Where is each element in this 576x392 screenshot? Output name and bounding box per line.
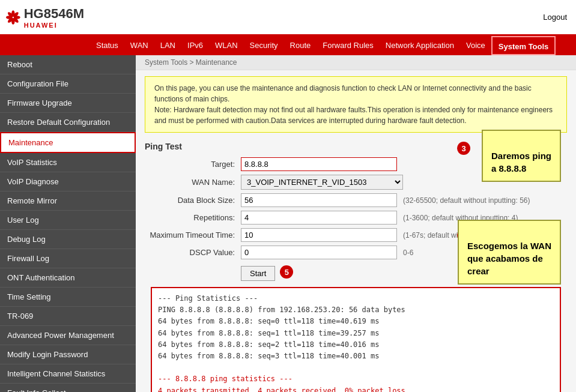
- ping-output-line1: --- Ping Statistics ---: [158, 293, 554, 304]
- sidebar-item-tr069[interactable]: TR-069: [0, 307, 136, 326]
- annotation-3: 3: [457, 142, 470, 155]
- logo-text: HG8546M HUAWEI: [24, 6, 84, 29]
- huawei-logo: [6, 4, 20, 31]
- nav-ipv6[interactable]: IPv6: [181, 36, 209, 55]
- max-timeout-input-wrapper: [241, 228, 397, 242]
- ping-output-line3: 64 bytes from 8.8.8.8: seq=0 ttl=118 tim…: [158, 316, 554, 327]
- repetitions-input[interactable]: [241, 211, 397, 225]
- sidebar-item-remote-mirror[interactable]: Remote Mirror: [0, 191, 136, 211]
- dscp-hint: 0-6: [403, 249, 413, 257]
- ping-output-line5: 64 bytes from 8.8.8.8: seq=2 ttl=118 tim…: [158, 339, 554, 351]
- nav-security[interactable]: Security: [244, 36, 284, 55]
- nav-status[interactable]: Status: [90, 36, 124, 55]
- sidebar-item-voip-diagnose[interactable]: VoIP Diagnose: [0, 172, 136, 191]
- data-block-row: Data Block Size: (32-65500; default with…: [145, 193, 567, 207]
- sidebar-item-fault-info[interactable]: Fault Info Collect: [0, 384, 136, 392]
- data-block-input[interactable]: [241, 193, 397, 207]
- sidebar-item-firewall-log[interactable]: Firewall Log: [0, 249, 136, 268]
- annotation-bubble-ping: Daremos ping a 8.8.8.8: [482, 130, 561, 182]
- ping-output-line6: 64 bytes from 8.8.8.8: seq=3 ttl=118 tim…: [158, 351, 554, 362]
- sidebar-item-adv-power[interactable]: Advanced Power Management: [0, 326, 136, 345]
- nav-network-app[interactable]: Network Application: [380, 36, 460, 55]
- max-timeout-label: Maximum Timeout Time:: [145, 231, 241, 240]
- nav-system-tools[interactable]: System Tools: [491, 36, 556, 55]
- data-block-input-wrapper: [241, 193, 397, 207]
- nav-forward-rules[interactable]: Forward Rules: [317, 36, 380, 55]
- dscp-input[interactable]: [241, 246, 397, 259]
- device-name: HG8546M: [24, 6, 84, 22]
- content-wrapper: On this page, you can use the maintenanc…: [136, 70, 576, 392]
- sidebar-item-intelligent-ch[interactable]: Intelligent Channel Statistics: [0, 364, 136, 384]
- info-line2: Note: Hardware fault detection may not f…: [154, 106, 553, 125]
- main-layout: Reboot Configuration File Firmware Upgra…: [0, 55, 576, 392]
- wan-name-input-wrapper: 3_VOIP_INTERNET_R_VID_1503: [241, 175, 397, 190]
- ping-output-line8: --- 8.8.8.8 ping statistics ---: [158, 373, 554, 385]
- nav-wlan[interactable]: WLAN: [209, 36, 244, 55]
- sidebar-item-firmware-upgrade[interactable]: Firmware Upgrade: [0, 94, 136, 113]
- repetitions-input-wrapper: [241, 211, 397, 225]
- annotation-bubble-wan: Escogemos la WAN que acabamos de crear: [458, 220, 561, 285]
- ping-output-line9: 4 packets transmitted, 4 packets receive…: [158, 385, 554, 393]
- sidebar-item-maintenance[interactable]: Maintenance: [0, 132, 136, 153]
- brand-name: HUAWEI: [24, 22, 84, 29]
- dscp-label: DSCP Value:: [145, 248, 241, 257]
- nav-voice[interactable]: Voice: [460, 36, 491, 55]
- logo-area: HG8546M HUAWEI: [0, 4, 90, 31]
- data-block-hint: (32-65500; default without inputting: 56…: [403, 196, 530, 205]
- max-timeout-input[interactable]: [241, 228, 397, 242]
- target-input[interactable]: [241, 157, 397, 171]
- logout-area[interactable]: Logout: [543, 13, 576, 22]
- target-input-wrapper: [241, 157, 397, 171]
- wan-name-label: WAN Name:: [145, 178, 241, 187]
- sidebar-item-user-log[interactable]: User Log: [0, 211, 136, 230]
- sidebar-item-modify-login[interactable]: Modify Login Password: [0, 345, 136, 364]
- breadcrumb: System Tools > Maintenance: [136, 55, 576, 70]
- ping-output-line4: 64 bytes from 8.8.8.8: seq=1 ttl=118 tim…: [158, 328, 554, 339]
- logout-button[interactable]: Logout: [543, 13, 567, 22]
- annotation-5: 5: [280, 265, 293, 279]
- info-line1: On this page, you can use the maintenanc…: [154, 84, 532, 103]
- wan-name-select[interactable]: 3_VOIP_INTERNET_R_VID_1503: [241, 175, 403, 190]
- dscp-input-wrapper: [241, 246, 397, 259]
- sidebar-item-ont-auth[interactable]: ONT Authentication: [0, 268, 136, 288]
- nav-bar: Status WAN LAN IPv6 WLAN Security Route …: [0, 36, 576, 55]
- header: HG8546M HUAWEI Logout: [0, 0, 576, 36]
- nav-lan[interactable]: LAN: [154, 36, 181, 55]
- sidebar-item-time-setting[interactable]: Time Setting: [0, 288, 136, 307]
- ping-output: --- Ping Statistics --- PING 8.8.8.8 (8.…: [151, 287, 561, 392]
- repetitions-label: Repetitions:: [145, 213, 241, 222]
- sidebar-item-voip-stats[interactable]: VoIP Statistics: [0, 153, 136, 172]
- ping-output-line2: PING 8.8.8.8 (8.8.8.8) from 192.168.253.…: [158, 304, 554, 316]
- data-block-label: Data Block Size:: [145, 196, 241, 205]
- content-area: System Tools > Maintenance On this page,…: [136, 55, 576, 392]
- sidebar: Reboot Configuration File Firmware Upgra…: [0, 55, 136, 392]
- start-button[interactable]: Start: [241, 266, 275, 281]
- sidebar-item-config-file[interactable]: Configuration File: [0, 74, 136, 94]
- target-label: Target:: [145, 160, 241, 169]
- sidebar-item-reboot[interactable]: Reboot: [0, 55, 136, 74]
- sidebar-item-restore-default[interactable]: Restore Default Configuration: [0, 113, 136, 132]
- info-box: On this page, you can use the maintenanc…: [145, 76, 567, 133]
- nav-route[interactable]: Route: [284, 36, 317, 55]
- nav-wan[interactable]: WAN: [124, 36, 154, 55]
- sidebar-item-debug-log[interactable]: Debug Log: [0, 230, 136, 249]
